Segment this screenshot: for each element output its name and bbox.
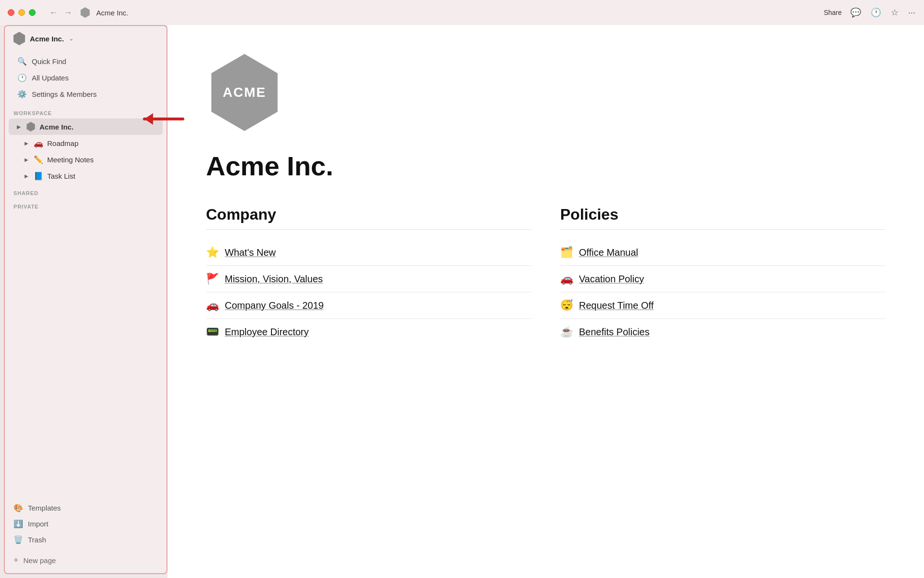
expand-icon: ▶ <box>23 141 30 146</box>
expand-icon: ▶ <box>15 124 22 130</box>
titlebar-page-name: Acme Inc. <box>96 9 128 17</box>
search-icon: 🔍 <box>17 57 27 66</box>
maximize-button[interactable] <box>29 9 36 16</box>
tree-item-label: Acme Inc. <box>39 123 74 131</box>
link-label: Vacation Policy <box>579 274 644 285</box>
workspace-icon-small <box>80 7 90 18</box>
directory-icon: 📟 <box>206 326 219 338</box>
main-content: ACME Acme Inc. Company ⭐ What's New <box>167 25 924 578</box>
page-title: Acme Inc. <box>206 150 886 182</box>
sidebar-nav: 🔍 Quick Find 🕐 All Updates ⚙️ Settings &… <box>5 51 167 105</box>
roadmap-icon: 🚗 <box>34 139 43 148</box>
sidebar-item-trash[interactable]: 🗑️ Trash <box>5 532 167 548</box>
nav-arrows: ← → <box>47 7 74 19</box>
acme-tree-icon <box>26 122 36 131</box>
sidebar-item-label: Settings & Members <box>32 90 97 98</box>
sidebar-item-quick-find[interactable]: 🔍 Quick Find <box>9 53 163 69</box>
trash-icon: 🗑️ <box>13 535 23 544</box>
policies-section: Policies 🗂️ Office Manual 🚗 Vacation Pol… <box>560 206 886 345</box>
minimize-button[interactable] <box>18 9 25 16</box>
section-workspace-label: WORKSPACE <box>5 105 167 118</box>
workspace-header[interactable]: Acme Inc. ⌄ <box>5 26 167 51</box>
tree-item-roadmap[interactable]: ▶ 🚗 Roadmap <box>9 135 163 151</box>
link-whats-new[interactable]: ⭐ What's New <box>206 239 531 266</box>
clock-icon: 🕐 <box>17 73 27 82</box>
company-heading: Company <box>206 206 531 230</box>
link-label: What's New <box>225 247 276 258</box>
sidebar-bottom-label: Templates <box>28 504 61 512</box>
share-button[interactable]: Share <box>824 9 842 16</box>
sidebar-item-all-updates[interactable]: 🕐 All Updates <box>9 70 163 86</box>
title-bar: ← → Acme Inc. Share 💬 🕐 ☆ ··· <box>0 0 924 25</box>
timeoff-icon: 😴 <box>560 299 573 312</box>
more-options-icon[interactable]: ··· <box>907 7 916 19</box>
workspace-name: Acme Inc. <box>30 35 64 43</box>
link-label: Request Time Off <box>579 300 654 311</box>
sidebar-item-import[interactable]: ⬇️ Import <box>5 516 167 532</box>
tree-item-task-list[interactable]: ▶ 📘 Task List <box>9 168 163 184</box>
sidebar: Acme Inc. ⌄ 🔍 Quick Find 🕐 All Updates ⚙… <box>4 25 167 574</box>
tree-item-label: Task List <box>47 172 75 180</box>
tree-item-meeting-notes[interactable]: ▶ ✏️ Meeting Notes <box>9 152 163 168</box>
car-icon: 🚗 <box>206 299 219 312</box>
new-page-button[interactable]: + New page <box>5 552 167 569</box>
link-employee-directory[interactable]: 📟 Employee Directory <box>206 319 531 345</box>
expand-icon: ▶ <box>23 157 30 162</box>
back-button[interactable]: ← <box>47 7 60 19</box>
link-company-goals[interactable]: 🚗 Company Goals - 2019 <box>206 292 531 319</box>
sidebar-bottom: 🎨 Templates ⬇️ Import 🗑️ Trash <box>5 498 167 550</box>
forward-button[interactable]: → <box>62 7 74 19</box>
benefits-icon: ☕ <box>560 326 573 338</box>
link-label: Employee Directory <box>225 327 309 338</box>
workspace-icon <box>13 32 26 45</box>
content-grid: Company ⭐ What's New 🚩 Mission, Vision, … <box>206 206 886 345</box>
page-logo: ACME <box>206 54 886 131</box>
company-section: Company ⭐ What's New 🚩 Mission, Vision, … <box>206 206 531 345</box>
import-icon: ⬇️ <box>13 519 23 528</box>
acme-logo-text: ACME <box>223 85 266 100</box>
traffic-lights <box>8 9 36 16</box>
gear-icon: ⚙️ <box>17 90 27 99</box>
vacation-icon: 🚗 <box>560 273 573 285</box>
task-list-icon: 📘 <box>34 171 43 181</box>
flag-icon: 🚩 <box>206 273 219 285</box>
sidebar-bottom-label: Import <box>28 520 49 528</box>
link-vacation-policy[interactable]: 🚗 Vacation Policy <box>560 266 886 292</box>
tree-item-label: Meeting Notes <box>47 156 94 164</box>
section-private-label: PRIVATE <box>5 198 167 211</box>
tree-item-label: Roadmap <box>47 139 78 147</box>
link-label: Mission, Vision, Values <box>225 274 323 285</box>
company-links: ⭐ What's New 🚩 Mission, Vision, Values 🚗… <box>206 239 531 345</box>
policies-heading: Policies <box>560 206 886 230</box>
link-benefits-policies[interactable]: ☕ Benefits Policies <box>560 319 886 345</box>
link-label: Office Manual <box>579 247 638 258</box>
history-icon[interactable]: 🕐 <box>870 6 882 19</box>
star-icon: ⭐ <box>206 246 219 259</box>
titlebar-actions: Share 💬 🕐 ☆ ··· <box>824 6 916 19</box>
sidebar-item-label: Quick Find <box>32 57 66 66</box>
comments-icon[interactable]: 💬 <box>849 6 862 19</box>
section-shared-label: SHARED <box>5 184 167 198</box>
manual-icon: 🗂️ <box>560 246 573 259</box>
policies-links: 🗂️ Office Manual 🚗 Vacation Policy 😴 Req… <box>560 239 886 345</box>
plus-icon: + <box>13 555 19 565</box>
chevron-down-icon: ⌄ <box>69 35 74 42</box>
sidebar-item-label: All Updates <box>32 74 69 82</box>
sidebar-item-settings[interactable]: ⚙️ Settings & Members <box>9 86 163 102</box>
sidebar-item-templates[interactable]: 🎨 Templates <box>5 500 167 516</box>
templates-icon: 🎨 <box>13 503 23 512</box>
acme-logo-hex: ACME <box>206 54 283 131</box>
link-request-time-off[interactable]: 😴 Request Time Off <box>560 292 886 319</box>
link-mission-vision[interactable]: 🚩 Mission, Vision, Values <box>206 266 531 292</box>
link-label: Benefits Policies <box>579 327 650 338</box>
expand-icon: ▶ <box>23 173 30 179</box>
meeting-notes-icon: ✏️ <box>34 155 43 164</box>
favorites-icon[interactable]: ☆ <box>890 6 899 19</box>
tree-item-acme-inc[interactable]: ▶ Acme Inc. <box>9 118 163 135</box>
sidebar-bottom-label: Trash <box>28 536 46 544</box>
link-office-manual[interactable]: 🗂️ Office Manual <box>560 239 886 266</box>
close-button[interactable] <box>8 9 14 16</box>
link-label: Company Goals - 2019 <box>225 300 324 311</box>
new-page-label: New page <box>24 556 56 565</box>
workspace-tree: ▶ Acme Inc. ▶ 🚗 Roadmap ▶ ✏️ Meeting Not… <box>5 118 167 184</box>
